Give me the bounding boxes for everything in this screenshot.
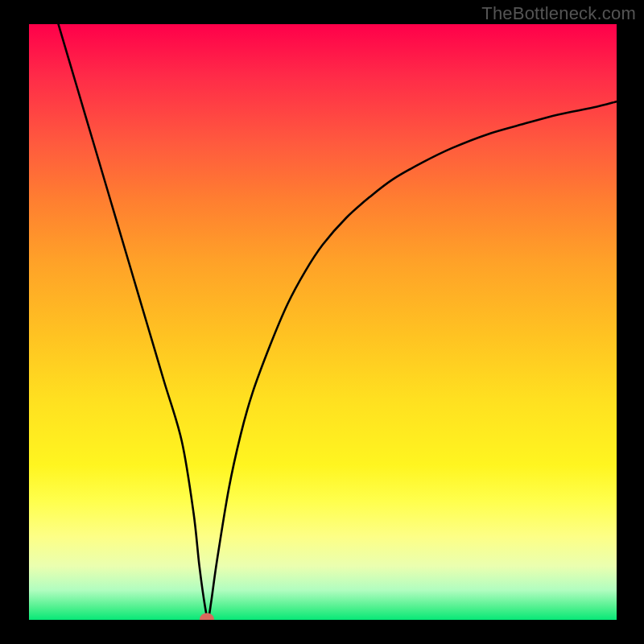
chart-frame: TheBottleneck.com (0, 0, 644, 644)
vertex-marker (200, 613, 214, 620)
plot-area (29, 24, 617, 620)
bottleneck-curve (29, 24, 617, 620)
watermark-text: TheBottleneck.com (481, 3, 636, 24)
